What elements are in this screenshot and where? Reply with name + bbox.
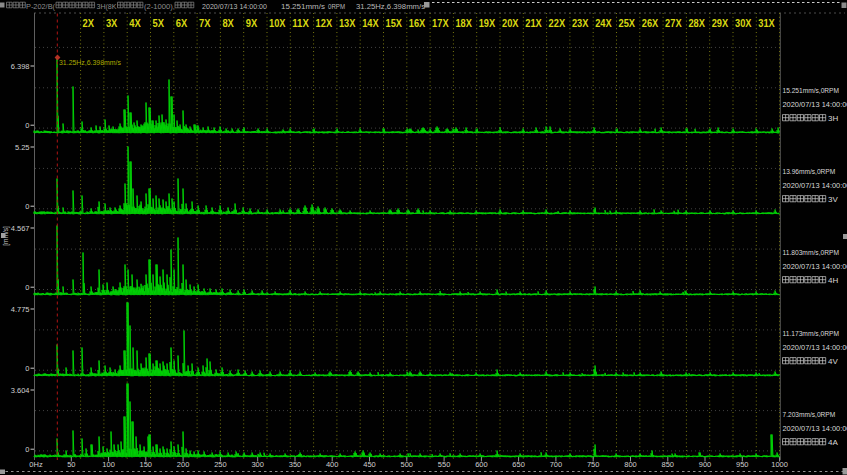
- svg-text:29X: 29X: [712, 18, 729, 29]
- svg-text:9X: 9X: [246, 18, 258, 29]
- svg-text:2X: 2X: [83, 18, 95, 29]
- svg-text:2020/07/13 14:00:00: 2020/07/13 14:00:00: [783, 262, 847, 271]
- svg-text:17X: 17X: [432, 18, 449, 29]
- svg-text:3H(8K: 3H(8K: [97, 2, 117, 11]
- svg-text:8X: 8X: [222, 18, 234, 29]
- svg-text:23X: 23X: [572, 18, 589, 29]
- svg-text:4V: 4V: [828, 357, 838, 366]
- svg-text:500: 500: [401, 460, 414, 469]
- svg-text:24X: 24X: [595, 18, 612, 29]
- svg-text:0: 0: [25, 364, 29, 373]
- svg-text:16X: 16X: [409, 18, 426, 29]
- svg-text:28X: 28X: [688, 18, 705, 29]
- svg-text:6X: 6X: [176, 18, 188, 29]
- svg-text:31.25Hz,6.398mm/s: 31.25Hz,6.398mm/s: [59, 58, 121, 67]
- svg-text:3H: 3H: [828, 114, 838, 123]
- svg-text:900: 900: [699, 460, 712, 469]
- svg-text:450: 450: [363, 460, 376, 469]
- svg-text:350: 350: [289, 460, 302, 469]
- svg-text:3.604: 3.604: [11, 386, 30, 395]
- svg-text:5X: 5X: [153, 18, 165, 29]
- svg-text:4X: 4X: [129, 18, 141, 29]
- svg-text:7.203mm/s,0RPM: 7.203mm/s,0RPM: [783, 410, 836, 419]
- svg-text:400: 400: [326, 460, 339, 469]
- svg-text:150: 150: [140, 460, 153, 469]
- svg-text:200: 200: [177, 460, 190, 469]
- svg-text:0: 0: [25, 121, 29, 130]
- svg-text:15X: 15X: [386, 18, 403, 29]
- svg-text:0: 0: [25, 202, 29, 211]
- svg-text:15.251mm/s,0RPM: 15.251mm/s,0RPM: [783, 86, 840, 95]
- svg-text:850: 850: [662, 460, 675, 469]
- svg-text:3X: 3X: [106, 18, 118, 29]
- svg-text:11X: 11X: [292, 18, 309, 29]
- svg-text:600: 600: [475, 460, 488, 469]
- svg-text:(2-1000),: (2-1000),: [144, 2, 175, 11]
- svg-text:P-202/B(: P-202/B(: [26, 2, 55, 11]
- svg-text:30X: 30X: [735, 18, 752, 29]
- svg-text:700: 700: [550, 460, 563, 469]
- svg-text:650: 650: [512, 460, 525, 469]
- svg-text:20X: 20X: [502, 18, 519, 29]
- svg-text:22X: 22X: [549, 18, 566, 29]
- svg-text:0Hz: 0Hz: [29, 460, 43, 469]
- svg-text:19X: 19X: [479, 18, 496, 29]
- svg-text:2020/07/13 14:00:00: 2020/07/13 14:00:00: [783, 100, 847, 109]
- svg-text:4A: 4A: [828, 438, 838, 447]
- svg-text:12X: 12X: [316, 18, 333, 29]
- svg-text:18X: 18X: [455, 18, 472, 29]
- svg-text:26X: 26X: [642, 18, 659, 29]
- svg-text:31X: 31X: [758, 18, 775, 29]
- svg-text:800: 800: [624, 460, 637, 469]
- svg-text:4H: 4H: [828, 276, 838, 285]
- svg-text:2020/07/13 14:00:00: 2020/07/13 14:00:00: [783, 343, 847, 352]
- svg-text:13.96mm/s,0RPM: 13.96mm/s,0RPM: [783, 167, 836, 176]
- svg-text:14X: 14X: [362, 18, 379, 29]
- svg-text:21X: 21X: [525, 18, 542, 29]
- svg-text:1000: 1000: [771, 460, 788, 469]
- svg-text:25X: 25X: [619, 18, 636, 29]
- svg-text:250: 250: [214, 460, 227, 469]
- svg-text:50: 50: [67, 460, 75, 469]
- svg-text:15.251mm/s: 15.251mm/s: [281, 2, 325, 11]
- svg-text:0: 0: [25, 283, 29, 292]
- svg-text:11.803mm/s,0RPM: 11.803mm/s,0RPM: [783, 248, 840, 257]
- svg-text:13X: 13X: [339, 18, 356, 29]
- svg-text:750: 750: [587, 460, 600, 469]
- svg-text:6.398: 6.398: [11, 62, 30, 71]
- svg-text:100: 100: [102, 460, 115, 469]
- svg-text:0RPM: 0RPM: [328, 2, 345, 11]
- svg-text:7X: 7X: [199, 18, 211, 29]
- svg-text:950: 950: [736, 460, 749, 469]
- svg-text:4.775: 4.775: [11, 305, 30, 314]
- svg-text:31.25Hz,6.398mm/s: 31.25Hz,6.398mm/s: [356, 2, 425, 11]
- svg-text:4.567: 4.567: [11, 224, 30, 233]
- svg-text:300: 300: [251, 460, 264, 469]
- svg-text:2020/07/13 14:00:00: 2020/07/13 14:00:00: [202, 2, 267, 11]
- svg-text:2020/07/13 14:00:00: 2020/07/13 14:00:00: [783, 181, 847, 190]
- svg-text:2020/07/13 14:00:00: 2020/07/13 14:00:00: [783, 424, 847, 433]
- svg-text:3V: 3V: [828, 195, 838, 204]
- svg-text:27X: 27X: [665, 18, 682, 29]
- svg-text:10X: 10X: [269, 18, 286, 29]
- svg-text:11.173mm/s,0RPM: 11.173mm/s,0RPM: [783, 329, 840, 338]
- svg-text:0: 0: [25, 445, 29, 454]
- svg-text:550: 550: [438, 460, 451, 469]
- svg-text:5.25: 5.25: [15, 143, 30, 152]
